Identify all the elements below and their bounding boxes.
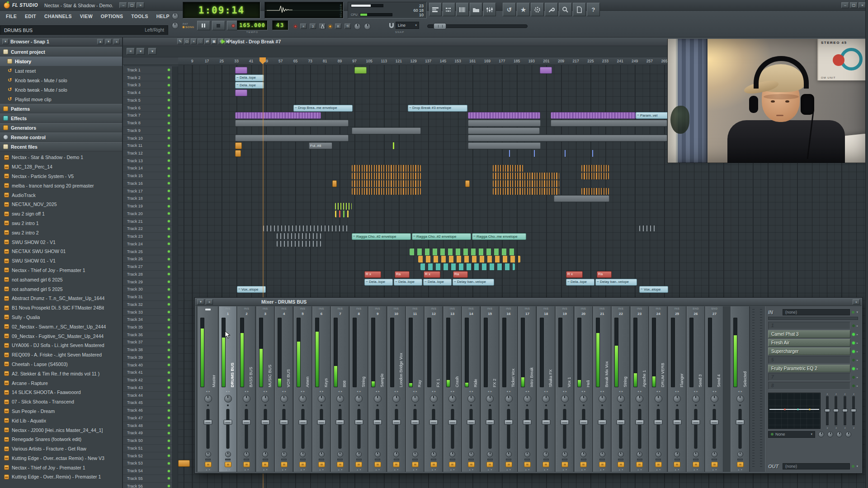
clip-gray[interactable] [235,135,349,141]
track-enable-led[interactable] [168,273,170,275]
mixer-strip-fx-2[interactable]: INS15FX 2◂▸▴▾ [481,306,499,472]
fader-handle[interactable] [523,420,532,425]
track-enable-led[interactable] [168,190,170,192]
playlist-view-icon[interactable]: ▾ [137,48,145,55]
fx-slot-1[interactable]: 1▸ [768,321,858,330]
track-enable-led[interactable] [168,462,170,465]
browser-item-knob-tweak-mute-solo[interactable]: ↺Knob tweak - Mute / solo [0,85,122,94]
fader-handle[interactable] [392,420,401,425]
file-kid-lib-aquatix[interactable]: Kid Lib - Aquatix [0,416,122,425]
slot-mini-button[interactable] [263,459,268,460]
playlist-track-19[interactable]: Track 19 [123,202,172,210]
clip-purple[interactable] [235,67,247,74]
fx-enable-button[interactable] [225,462,231,467]
slot-mini-button[interactable] [300,459,306,460]
file-nectax-nov-2025[interactable]: NECTAX_NOV_2025 [0,200,122,209]
playlist-track-29[interactable]: Track 29 [123,278,172,286]
star-icon[interactable]: ★ [517,3,530,16]
pan-knob[interactable] [542,395,550,403]
file-cheetah-lapse-s45003[interactable]: Cheetah - Lapse (S45003) [0,360,122,369]
main-volume-knob[interactable] [172,13,179,19]
fader-handle[interactable] [692,420,700,425]
track-enable-led[interactable] [168,349,170,351]
strip-route-arrows[interactable]: ◂▸ [469,388,473,394]
strip-route-arrows[interactable]: ◂▸ [637,388,642,394]
slot-mini-button[interactable] [737,459,743,460]
slot-mini-button[interactable] [618,459,623,460]
clip-purple[interactable] [540,67,552,74]
clip-orange[interactable] [332,180,337,187]
slider-handle[interactable] [434,23,446,29]
file-sun-people-dream[interactable]: Sun People - Dream [0,407,122,416]
blend-recording-icon[interactable]: R [335,23,341,29]
fx-slot-button[interactable]: 5 [768,356,850,364]
fx-slot-button[interactable]: Fruity Parametric EQ 2 [768,365,850,372]
playlist-track-37[interactable]: Track 37 [123,339,172,347]
file-09-nectax-fugitive-sc-master-up-2444[interactable]: 09_Nectax - Fugitive_SC_Master_Up_2444 [0,331,122,341]
file-a2-stekker-tim-re-f-the-minds-vol-11[interactable]: A2. Stekker & Tim Re..f the minds vol 11… [0,369,122,378]
volume-fader[interactable] [294,408,311,450]
chevron-down-icon[interactable]: ▾ [856,310,858,314]
master-pitch-slider[interactable] [427,23,528,29]
slot-mini-button[interactable] [356,459,362,460]
playlist-track-15[interactable]: Track 15 [123,172,172,180]
magnifier-icon[interactable] [559,3,572,16]
slot-mini-button[interactable] [712,459,717,460]
playlist-track-11[interactable]: Track 11 [123,142,172,150]
fx-slot-3[interactable]: Fresh Air▸ [768,338,858,347]
clip-vox-elope[interactable]: Vox..elope [639,286,668,293]
playlist-track-22[interactable]: Track 22 [123,225,172,233]
clip-drop-brea-me-envelope[interactable]: Drop Brea..me envelope [293,105,353,112]
clip-gray[interactable] [551,120,667,127]
stereo-knob[interactable] [356,451,362,457]
clip-ragga-cho-me-envelope[interactable]: Ragga Cho..me envelope [472,233,526,240]
strip-route-arrows[interactable]: ◂▸ [394,388,398,394]
slot-mini-button[interactable] [468,459,474,460]
stereo-knob[interactable] [262,451,268,457]
pencil-icon[interactable]: ✎ [177,38,183,44]
oscilloscope[interactable]: MONITOR [264,2,344,19]
strip-route-arrows[interactable]: ◂▸ [450,388,454,394]
playlist-track-16[interactable]: Track 16 [123,180,172,188]
track-enable-led[interactable] [168,122,170,124]
fx-enable-button[interactable] [262,462,269,467]
volume-fader[interactable] [731,408,749,450]
fx-slot-menu-icon[interactable]: ▸ [857,324,858,327]
playlist-track-21[interactable]: Track 21 [123,218,172,225]
fx-enable-button[interactable] [542,462,549,467]
stereo-knob[interactable] [637,451,642,457]
clip-dela-lope[interactable]: Dela..lope [566,279,594,286]
toggle-mixer-button[interactable] [483,3,496,16]
fader-handle[interactable] [317,420,326,425]
pan-knob[interactable] [243,395,250,403]
volume-fader[interactable] [313,408,330,450]
fx-slot-led[interactable] [852,324,855,327]
chevron-down-icon[interactable]: ▾ [856,465,858,468]
stereo-knob[interactable] [205,451,211,457]
wrench-icon[interactable] [545,3,558,16]
file-melba-trance-hard-song-20-premaster[interactable]: melba - trance hard song 20 premaster [0,181,122,190]
clip-ticks[interactable] [639,225,656,231]
clip-param-vel[interactable]: Param..vel [636,112,668,119]
track-enable-led[interactable] [168,485,170,487]
track-enable-led[interactable] [168,197,170,200]
pan-knob[interactable] [355,395,363,403]
pan-knob[interactable] [318,395,326,403]
pan-knob[interactable] [392,395,400,403]
file-mjc-128-perc-14[interactable]: MJC_128_Perc_14 [0,162,122,172]
slot-mini-button[interactable] [281,459,287,460]
track-enable-led[interactable] [168,455,170,457]
clip-delay-ban-velope[interactable]: Delay ban..velope [453,279,494,286]
volume-fader[interactable] [331,408,349,450]
clip-hits[interactable] [352,188,421,195]
playlist-track-39[interactable]: Track 39 [123,354,172,361]
fx-enable-button[interactable] [430,462,437,467]
playlist-track-3[interactable]: Track 3 [123,81,172,89]
volume-fader[interactable] [444,408,461,450]
step-edit-icon[interactable]: ≡ [300,23,307,29]
clip-purple[interactable] [235,89,247,96]
stereo-knob[interactable] [375,451,381,457]
recording-led[interactable] [294,25,297,28]
eq-gain-slider[interactable]: ▴▾ [851,393,856,429]
playlist-track-5[interactable]: Track 5 [123,97,172,104]
